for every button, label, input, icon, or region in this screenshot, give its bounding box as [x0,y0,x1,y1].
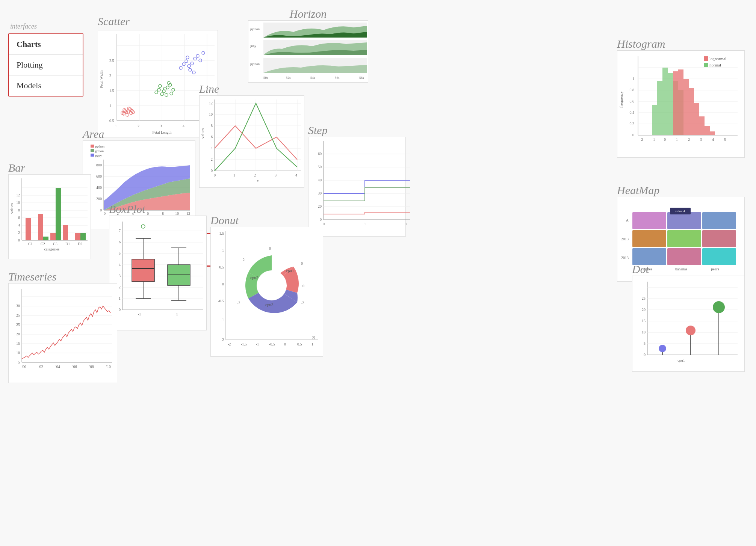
svg-text:3: 3 [119,274,121,278]
svg-rect-102 [652,105,657,135]
svg-text:python: python [95,145,105,148]
page-container: { "sidebar": { "label": "interfaces", "i… [0,0,756,546]
sidebar-item-plotting[interactable]: Plotting [9,55,83,75]
horizon-section: Horizon python jnby python 50s [248,8,368,83]
boxplot-chart: 0 1 2 3 4 5 6 7 -1 1 [109,216,207,330]
svg-text:1: 1 [119,296,121,300]
bar-chart: 0 2 4 6 8 10 12 C1 C2 C3 D1 D2 categorie… [8,174,91,259]
svg-rect-106 [689,88,694,135]
svg-text:1.5: 1.5 [109,89,114,93]
svg-text:40: 40 [318,178,322,182]
histogram-title: Histogram [617,38,745,50]
svg-text:x: x [257,179,259,183]
svg-point-52 [194,57,197,60]
svg-rect-110 [710,131,715,135]
svg-text:15: 15 [642,319,646,323]
svg-point-36 [157,88,160,91]
line-chart: 0 2 4 6 8 10 12 0 1 2 3 4 x values [199,95,304,188]
svg-rect-101 [657,81,662,135]
svg-text:-2: -2 [301,301,304,305]
svg-text:4: 4 [119,262,121,267]
svg-text:0.5: 0.5 [219,265,224,269]
svg-point-326 [659,345,666,352]
svg-text:D1: D1 [65,242,70,246]
svg-text:-1: -1 [221,318,224,322]
svg-text:C3: C3 [53,242,57,246]
svg-rect-104 [678,69,683,135]
svg-text:cpu2: cpu2 [250,275,258,280]
svg-rect-105 [683,79,689,135]
svg-text:5: 5 [644,341,646,345]
svg-text:5: 5 [18,360,20,364]
bar-section: Bar 0 2 4 6 8 10 12 [8,161,91,259]
horizon-title: Horizon [248,8,368,20]
svg-text:6: 6 [211,135,213,139]
horizon-svg: python jnby python 50s 52s 54s 56s 5 [248,21,369,81]
svg-text:'06: '06 [73,365,77,369]
svg-text:values: values [200,128,205,139]
svg-text:-0.5: -0.5 [269,342,275,346]
svg-text:3: 3 [700,137,702,142]
donut-chart: -2 -1 -0.5 0 0.5 1 1.5 -2 -1.5 -1 -0.5 0… [210,227,323,357]
svg-text:52s: 52s [286,76,291,80]
svg-point-47 [179,66,182,69]
svg-text:-1.5: -1.5 [241,342,247,346]
timeseries-svg: 5 10 15 20 25 25 30 '00 '02 '04 '06 '08 … [9,284,118,381]
svg-point-53 [196,54,199,57]
line-svg: 0 2 4 6 8 10 12 0 1 2 3 4 x values [200,96,305,186]
svg-text:2013: 2013 [621,256,629,260]
dot-title: Dot [632,263,745,276]
svg-text:20: 20 [642,308,646,312]
svg-point-35 [155,91,158,94]
svg-text:-2: -2 [221,338,224,342]
svg-text:6: 6 [18,216,20,220]
svg-text:jnby: jnby [250,44,257,48]
svg-rect-211 [80,233,86,240]
step-title: Step [308,124,406,137]
svg-text:-1: -1 [652,137,655,142]
donut-section: Donut -2 -1 -0.5 0 0.5 1 1.5 -2 -1.5 -1 … [210,214,323,357]
svg-text:values: values [9,203,14,214]
step-svg: 0 20 30 40 50 60 0 1 2 [308,137,414,235]
svg-text:6: 6 [119,240,121,244]
svg-text:2.5: 2.5 [109,59,114,63]
svg-rect-107 [694,103,699,135]
svg-text:1: 1 [676,137,678,142]
svg-text:value:4: value:4 [675,209,685,213]
svg-point-28 [126,113,129,116]
svg-text:0: 0 [100,208,102,212]
svg-text:10: 10 [16,201,20,205]
svg-text:jython: jython [95,149,104,153]
svg-text:56s: 56s [335,76,340,80]
sidebar-item-charts[interactable]: Charts [9,34,83,55]
svg-text:2: 2 [18,231,20,235]
svg-text:0: 0 [269,246,271,250]
svg-point-330 [713,301,725,313]
timeseries-title: Timeseries [8,270,117,283]
svg-rect-233 [132,259,154,282]
svg-text:1: 1 [311,342,313,346]
sidebar-box: Charts Plotting Models [8,33,83,97]
svg-text:cpu1: cpu1 [286,268,294,273]
svg-point-51 [191,62,194,65]
svg-text:normal: normal [709,63,721,67]
svg-text:-2: -2 [237,301,240,305]
svg-point-57 [192,71,195,74]
svg-text:0.2: 0.2 [630,122,635,126]
svg-rect-141 [91,154,94,157]
svg-point-328 [686,326,696,335]
svg-point-40 [162,90,165,93]
svg-text:'10: '10 [106,365,111,369]
svg-text:1: 1 [222,248,224,252]
sidebar-item-models[interactable]: Models [9,75,83,96]
svg-text:20: 20 [16,332,20,336]
svg-text:2: 2 [688,137,690,142]
svg-rect-283 [667,230,701,247]
svg-rect-204 [50,233,56,240]
svg-text:0: 0 [301,261,303,265]
svg-rect-202 [26,218,31,240]
svg-point-39 [159,84,162,87]
svg-text:Petal Width: Petal Width [99,71,103,88]
svg-rect-206 [75,233,80,240]
svg-text:0.5: 0.5 [297,342,302,346]
